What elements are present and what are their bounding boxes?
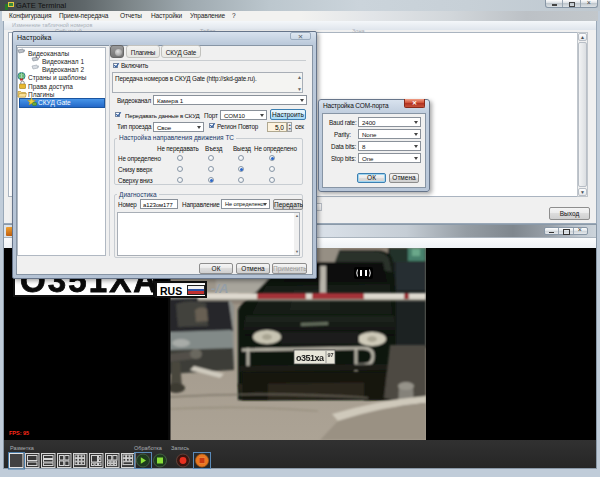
svg-text:97: 97 (327, 352, 333, 358)
svg-text:о351ха: о351ха (296, 353, 325, 363)
